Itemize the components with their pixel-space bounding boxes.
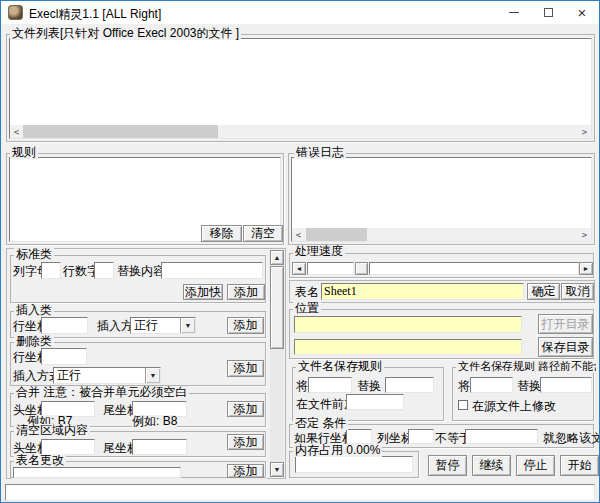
open-path-input[interactable] — [294, 316, 522, 333]
minimize-button[interactable] — [497, 1, 531, 24]
scroll-right-icon[interactable]: > — [578, 228, 591, 241]
filename-from-input[interactable] — [308, 377, 352, 393]
replace-content-label: 替换内容 — [117, 265, 165, 278]
replace-content-input[interactable] — [161, 262, 263, 279]
continue-button[interactable]: 继续 — [472, 455, 511, 476]
modify-source-checkbox[interactable] — [458, 400, 468, 410]
scroll-left-icon[interactable]: < — [10, 125, 23, 138]
merge-label: 合并 注意：被合并单元必须空白 — [14, 386, 189, 399]
merge-add-button[interactable]: 添加 — [227, 401, 264, 417]
scroll-up-icon[interactable]: ▲ — [270, 250, 284, 265]
standard-add-fast-button[interactable]: 添加快 — [183, 284, 223, 300]
filename-from-label: 将 — [296, 380, 308, 393]
rules-label: 规则 — [10, 146, 38, 159]
delete-add-button[interactable]: 添加 — [227, 360, 264, 377]
file-list-label: 文件列表[只针对 Office Execl 2003的文件 ] — [10, 27, 241, 40]
app-icon — [8, 5, 23, 20]
speed-slider-thumb[interactable] — [355, 262, 368, 275]
stop-button[interactable]: 停止 — [516, 455, 555, 476]
path-replace-label: 替换 — [517, 380, 541, 393]
insert-mode-select[interactable]: 正行 ▼ — [130, 317, 196, 334]
path-from-input[interactable] — [470, 377, 513, 393]
save-path-input[interactable] — [294, 339, 522, 355]
row-number-input[interactable] — [94, 262, 114, 279]
close-button[interactable]: × — [565, 1, 599, 24]
left-panel-scroll-thumb[interactable] — [270, 266, 284, 349]
app-window: Execl精灵1.1 [ALL Right] × 文件列表[只针对 Office… — [0, 0, 600, 503]
clear-area-add-button[interactable]: 添加 — [227, 434, 264, 450]
rename-sheet-label: 表名更改 — [14, 454, 66, 467]
open-dir-button[interactable]: 打开目录 — [538, 314, 593, 334]
merge-tail-example: 例如: B8 — [132, 415, 177, 428]
file-list-hscrollbar[interactable]: < > — [10, 125, 591, 138]
speed-scroll-left-icon[interactable]: ◄ — [292, 262, 306, 275]
status-bar — [5, 484, 595, 501]
negative-condition-label: 否定 条件 — [293, 417, 348, 430]
memory-value: 0.00% — [346, 443, 380, 457]
sheet-name-input[interactable] — [321, 283, 524, 300]
memory-label-text: 内存占用 — [295, 443, 343, 457]
path-from-label: 将 — [458, 380, 470, 393]
scroll-left-icon[interactable]: < — [292, 228, 305, 241]
delete-row-coord-input[interactable] — [41, 348, 87, 365]
start-button[interactable]: 开始 — [560, 455, 599, 476]
delete-mode-value: 正行 — [57, 369, 81, 382]
clear-area-label: 清空区域内容 — [14, 424, 90, 437]
rules-remove-button[interactable]: 移除 — [201, 225, 242, 242]
rename-sheet-input[interactable] — [13, 467, 181, 478]
ignore-file-label: 就忽略该文件 — [543, 432, 600, 445]
filename-rule-label: 文件名保存规则 — [296, 360, 384, 373]
save-dir-button[interactable]: 保存目录 — [538, 337, 593, 357]
speed-slider-track[interactable] — [369, 262, 579, 275]
modify-source-label: 在源文件上修改 — [472, 400, 556, 413]
col-letter-input[interactable] — [41, 262, 61, 279]
maximize-button[interactable] — [531, 1, 565, 24]
cancel-button[interactable]: 取消 — [561, 283, 594, 300]
insert-row-coord-input[interactable] — [41, 317, 88, 334]
error-log-scroll-thumb[interactable] — [306, 228, 367, 241]
rename-sheet-add-button[interactable]: 添加 — [227, 464, 264, 478]
sheet-name-label: 表名 — [295, 286, 319, 299]
insert-add-button[interactable]: 添加 — [227, 317, 264, 334]
filename-replace-label: 替换 — [357, 380, 381, 393]
insert-label: 插入类 — [14, 304, 54, 317]
delete-mode-select[interactable]: 正行 ▼ — [53, 367, 161, 384]
close-icon: × — [578, 5, 587, 20]
if-row-input[interactable] — [346, 429, 372, 444]
insert-mode-value: 正行 — [134, 319, 158, 332]
path-replace-input[interactable] — [540, 377, 592, 393]
rules-clear-button[interactable]: 清空 — [243, 225, 283, 242]
error-log-hscrollbar[interactable]: < > — [292, 228, 591, 241]
delete-label: 删除类 — [14, 335, 54, 348]
file-listbox[interactable] — [9, 38, 592, 139]
file-list-scroll-thumb[interactable] — [23, 125, 218, 138]
error-log-label: 错误日志 — [294, 146, 346, 159]
memory-label: 内存占用 0.00% — [293, 444, 382, 457]
not-equal-input[interactable] — [465, 429, 538, 444]
standard-label: 标准类 — [14, 248, 54, 261]
chevron-down-icon[interactable]: ▼ — [145, 368, 160, 383]
pause-button[interactable]: 暂停 — [428, 455, 467, 476]
window-title: Execl精灵1.1 [ALL Right] — [29, 6, 161, 23]
ok-button[interactable]: 确定 — [527, 283, 560, 300]
minimize-icon — [509, 12, 519, 13]
scroll-right-icon[interactable]: > — [578, 125, 591, 138]
speed-label: 处理速度 — [293, 245, 345, 258]
clear-area-tail-input[interactable] — [132, 439, 187, 455]
maximize-icon — [544, 8, 553, 17]
memory-progress-box — [295, 456, 413, 473]
chevron-down-icon[interactable]: ▼ — [180, 318, 195, 333]
col-coord-input[interactable] — [408, 429, 434, 444]
titlebar: Execl精灵1.1 [ALL Right] × — [1, 1, 599, 24]
speed-value-box — [307, 262, 354, 275]
filename-replace-input[interactable] — [385, 377, 434, 393]
left-panel-vscrollbar[interactable]: ▲ ▼ — [270, 250, 284, 477]
standard-add-button[interactable]: 添加 — [227, 284, 265, 300]
speed-scroll-right-icon[interactable]: ► — [579, 262, 593, 275]
location-label: 位置 — [293, 302, 321, 315]
scroll-down-icon[interactable]: ▼ — [270, 462, 284, 477]
path-rule-label: 文件名保存规则 路径前不能含有 — [456, 360, 596, 373]
filename-prefix-input[interactable] — [346, 394, 404, 410]
